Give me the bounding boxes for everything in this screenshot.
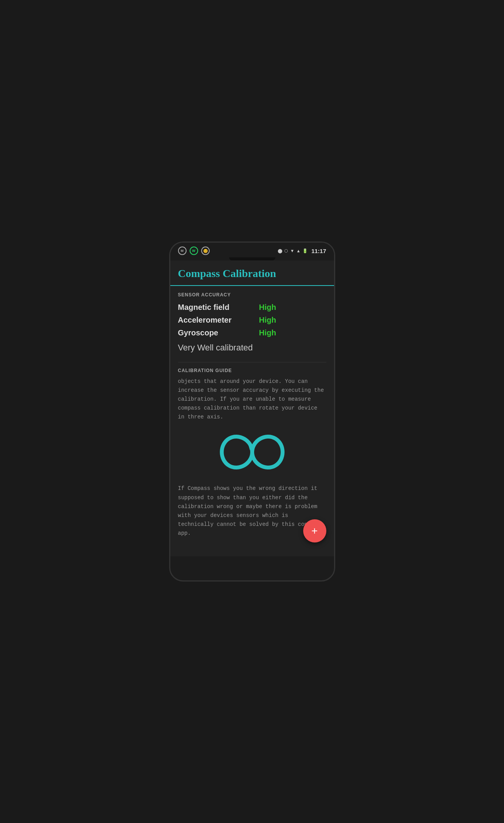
- phone-frame: M W 😊 ⬤ ⬡ ▼ ▲ 🔋 11:17 Compass Calibratio…: [169, 241, 335, 582]
- magnetic-field-value: High: [259, 303, 276, 312]
- wifi-icon: ▼: [290, 248, 294, 253]
- calibration-guide-label: CALIBRATION GUIDE: [178, 368, 326, 373]
- sensor-accuracy-label: SENSOR ACCURACY: [178, 292, 326, 298]
- magnetic-field-label: Magnetic field: [178, 303, 255, 312]
- fab-button[interactable]: +: [303, 519, 326, 542]
- status-bar: M W 😊 ⬤ ⬡ ▼ ▲ 🔋 11:17: [170, 243, 334, 257]
- battery-icon: 🔋: [302, 248, 308, 253]
- app-title: Compass Calibration: [178, 267, 326, 285]
- sensor-row-accelerometer: Accelerometer High: [178, 316, 326, 325]
- sensor-row-gyroscope: Gyroscope High: [178, 328, 326, 337]
- whatsapp-icon: W: [190, 247, 198, 255]
- nfc-icon: ⬡: [284, 248, 288, 253]
- motorola-icon: M: [178, 247, 187, 255]
- guide-text: objects that around your device. You can…: [178, 377, 326, 422]
- gyroscope-label: Gyroscope: [178, 328, 255, 337]
- sensor-accuracy-section: SENSOR ACCURACY Magnetic field High Acce…: [178, 292, 326, 353]
- app-header: Compass Calibration: [170, 260, 334, 286]
- location-icon: ⬤: [278, 248, 282, 253]
- calibration-status: Very Well calibrated: [178, 343, 326, 353]
- status-left: M W 😊: [178, 247, 210, 255]
- main-content: SENSOR ACCURACY Magnetic field High Acce…: [170, 286, 334, 556]
- accelerometer-label: Accelerometer: [178, 316, 255, 325]
- infinity-diagram: [178, 431, 326, 473]
- clock: 11:17: [311, 248, 326, 254]
- divider: [178, 362, 326, 362]
- gyroscope-value: High: [259, 328, 276, 337]
- robot-icon: 😊: [201, 247, 210, 255]
- signal-icon: ▲: [296, 248, 300, 253]
- infinity-svg: [210, 431, 295, 473]
- status-right: ⬤ ⬡ ▼ ▲ 🔋 11:17: [278, 248, 326, 254]
- accelerometer-value: High: [259, 316, 276, 325]
- calibration-guide-section: CALIBRATION GUIDE objects that around yo…: [178, 368, 326, 538]
- sensor-row-magnetic: Magnetic field High: [178, 303, 326, 312]
- notch: [229, 257, 275, 260]
